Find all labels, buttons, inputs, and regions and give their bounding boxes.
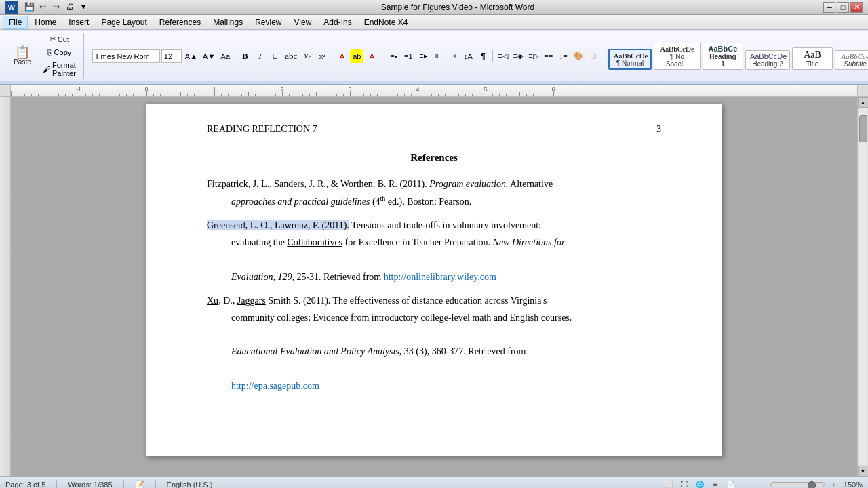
scrollbar-thumb[interactable]	[859, 115, 867, 142]
format-painter-button[interactable]: 🖌Format Painter	[39, 59, 79, 79]
style-heading2[interactable]: AaBbCcDe Heading 2	[745, 50, 790, 70]
header-title: READING REFLECTION 7	[207, 124, 317, 135]
page-info: Page: 3 of 5	[5, 481, 45, 489]
xu-text1: , D.,	[218, 296, 237, 306]
window-title: Sample for Figures Video - Microsoft Wor…	[381, 3, 534, 12]
zoom-slider[interactable]	[770, 482, 825, 487]
menu-add-ins[interactable]: Add-Ins	[318, 16, 357, 28]
line-spacing-button[interactable]: ↕≡	[557, 49, 570, 63]
maximize-button[interactable]: □	[837, 2, 849, 13]
view-draft[interactable]: 📄	[724, 478, 738, 489]
word-count: Words: 1/385	[68, 481, 112, 489]
vertical-scrollbar[interactable]: ▲ ▼	[857, 97, 868, 476]
zoom-level: 150%	[844, 481, 863, 489]
menu-review[interactable]: Review	[250, 16, 287, 28]
zoom-in-button[interactable]: +	[827, 478, 841, 489]
italic-button[interactable]: I	[253, 49, 267, 63]
styles-gallery: AaBbCcDe ¶ Normal AaBbCcDe ¶ No Spaci...…	[608, 43, 868, 70]
sort-button[interactable]: ↕A	[461, 49, 475, 63]
xu-continuation2: Educational Evaluation and Policy Analys…	[231, 343, 661, 360]
document-scroll-area[interactable]: READING REFLECTION 7 3 References Fitzpa…	[11, 97, 857, 476]
paste-button[interactable]: 📋 Paste	[7, 38, 38, 75]
qat-print[interactable]: 🖨	[64, 1, 76, 14]
xu-url-link[interactable]: http://epa.sagepub.com	[231, 381, 319, 391]
window-controls: ─ □ ✕	[823, 2, 863, 13]
header-page-number: 3	[656, 124, 661, 135]
align-right-button[interactable]: ≡▷	[526, 49, 540, 63]
xu-continuation1: community colleges: Evidence from introd…	[231, 309, 661, 326]
horizontal-ruler: -10123456	[11, 85, 857, 96]
style-title[interactable]: AaB Title	[792, 47, 833, 70]
greenseid-url[interactable]: http://onlinelibrary.wiley.com	[384, 272, 496, 282]
align-left-button[interactable]: ≡◁	[496, 49, 509, 63]
vertical-ruler	[0, 97, 11, 476]
scroll-down-button[interactable]: ▼	[858, 466, 869, 476]
increase-indent-button[interactable]: ⇥	[446, 49, 460, 63]
xu-author-underline2: Jaggars	[237, 296, 266, 306]
view-print-layout[interactable]: ⬜	[662, 478, 675, 489]
scrollbar-track[interactable]	[859, 108, 867, 465]
cut-icon: ✂	[50, 35, 56, 43]
greenseid-text1: Tensions and trade-offs in voluntary inv…	[349, 220, 541, 230]
view-web[interactable]: 🌐	[693, 478, 707, 489]
collaboratives-link: Collaboratives	[287, 237, 342, 247]
references-heading: References	[207, 152, 661, 163]
clear-format-button[interactable]: Aa	[218, 49, 232, 63]
style-subtitle[interactable]: AaBbCce Subtitle	[835, 50, 868, 70]
zoom-slider-thumb[interactable]	[808, 481, 816, 489]
status-spell-check[interactable]: 📝	[135, 480, 144, 488]
menu-home[interactable]: Home	[29, 16, 62, 28]
ruler-area: -10123456	[0, 85, 868, 97]
fitzpatrick-author-underline: Worthen	[340, 179, 373, 189]
bullets-button[interactable]: ≡•	[387, 49, 400, 63]
style-heading1[interactable]: AaBbCe Heading 1	[703, 43, 743, 70]
text-effects-button[interactable]: A	[335, 49, 349, 63]
show-formatting-button[interactable]: ¶	[476, 49, 490, 63]
qat-dropdown[interactable]: ▾	[77, 1, 90, 14]
font-size-input[interactable]	[161, 49, 182, 63]
quick-access-toolbar: 💾 ↩ ↪ 🖨 ▾	[20, 1, 92, 14]
align-center-button[interactable]: ≡◈	[511, 49, 525, 63]
menu-insert[interactable]: Insert	[63, 16, 94, 28]
view-outline[interactable]: ≡	[709, 478, 722, 489]
document-page: READING REFLECTION 7 3 References Fitzpa…	[146, 104, 722, 456]
view-full-screen[interactable]: ⛶	[677, 478, 691, 489]
language-info: English (U.S.)	[167, 481, 213, 489]
borders-button[interactable]: ⊞	[587, 49, 600, 63]
font-color-button[interactable]: A	[365, 49, 378, 63]
strikethrough-button[interactable]: abc	[283, 49, 299, 63]
minimize-button[interactable]: ─	[823, 2, 835, 13]
superscript-button[interactable]: x²	[315, 49, 329, 63]
greenseid-highlight: Greenseid, L. O., Lawrenz, F. (2011).	[207, 220, 349, 230]
copy-button[interactable]: ⎘Copy	[39, 46, 79, 58]
grow-font-button[interactable]: A▲	[183, 49, 199, 63]
decrease-indent-button[interactable]: ⇤	[431, 49, 445, 63]
shrink-font-button[interactable]: A▼	[201, 49, 217, 63]
qat-save[interactable]: 💾	[23, 1, 35, 14]
font-name-input[interactable]	[92, 49, 160, 63]
menu-file[interactable]: File	[3, 16, 28, 29]
justify-button[interactable]: ≡≡	[542, 49, 555, 63]
menu-endnote[interactable]: EndNote X4	[359, 16, 414, 28]
menu-page-layout[interactable]: Page Layout	[96, 16, 152, 28]
qat-redo[interactable]: ↪	[50, 1, 62, 14]
style-no-spacing[interactable]: AaBbCcDe ¶ No Spaci...	[654, 43, 701, 70]
numbering-button[interactable]: ≡1	[401, 49, 415, 63]
multilevel-button[interactable]: ≡▸	[416, 49, 430, 63]
shading-button[interactable]: 🎨	[572, 49, 585, 63]
menu-view[interactable]: View	[289, 16, 317, 28]
spell-check-icon: 📝	[135, 480, 144, 488]
subscript-button[interactable]: x₂	[300, 49, 314, 63]
status-bar: Page: 3 of 5 Words: 1/385 📝 English (U.S…	[0, 476, 868, 488]
zoom-out-button[interactable]: ─	[754, 478, 768, 489]
cut-button[interactable]: ✂Cut	[39, 33, 79, 45]
qat-undo[interactable]: ↩	[37, 1, 49, 14]
close-button[interactable]: ✕	[850, 2, 863, 13]
bold-button[interactable]: B	[238, 49, 252, 63]
underline-button[interactable]: U	[268, 49, 281, 63]
scroll-up-button[interactable]: ▲	[858, 97, 869, 108]
menu-references[interactable]: References	[154, 16, 206, 28]
menu-mailings[interactable]: Mailings	[208, 16, 248, 28]
highlight-button[interactable]: ab	[350, 49, 363, 63]
style-normal[interactable]: AaBbCcDe ¶ Normal	[608, 49, 652, 70]
